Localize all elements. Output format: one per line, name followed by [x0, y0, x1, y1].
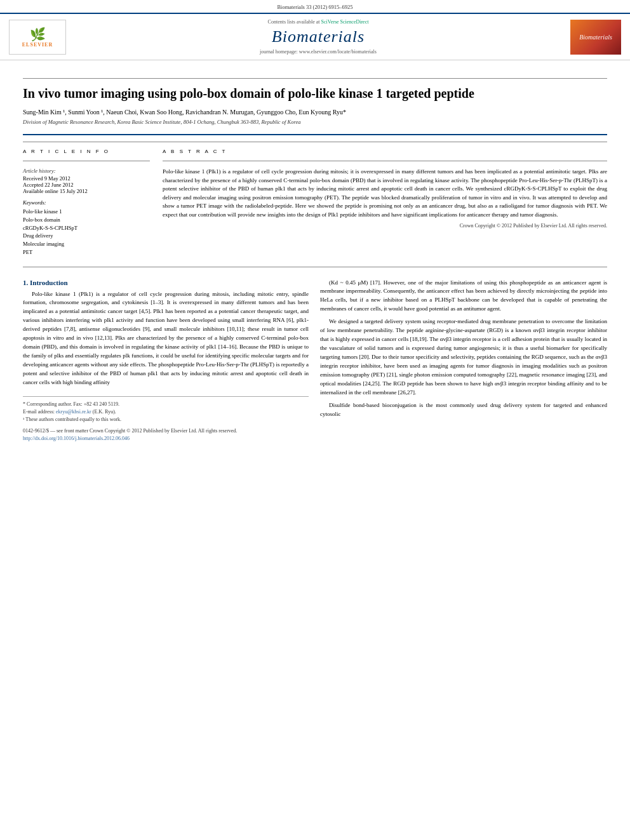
body-col-left: 1. Introduction Polo-like kinase 1 (Plk1…: [23, 279, 309, 443]
keywords-label: Keywords:: [23, 199, 150, 206]
email-line: E-mail address: ekryu@kbsi.re.kr (E.K. R…: [23, 408, 309, 416]
intro-body-left: Polo-like kinase 1 (Plk1) is a regulator…: [23, 290, 309, 387]
top-divider: [23, 78, 607, 79]
paper-title: In vivo tumor imaging using polo-box dom…: [23, 85, 607, 102]
email-label: E-mail address:: [23, 409, 55, 415]
abstract-divider: [163, 161, 607, 161]
journal-homepage: journal homepage: www.elsevier.com/locat…: [66, 49, 570, 55]
copyright-line: Crown Copyright © 2012 Published by Else…: [163, 223, 607, 229]
sciverse-text: Contents lists available at: [268, 19, 320, 25]
history-label: Article history:: [23, 168, 150, 174]
intro-body-right: (Kd ~ 0.45 μM) [17]. However, one of the…: [320, 279, 607, 419]
abstract-paragraph: Polo-like kinase 1 (Plk1) is a regulator…: [163, 168, 607, 219]
intro-para-1: Polo-like kinase 1 (Plk1) is a regulator…: [23, 290, 309, 387]
abstract-header: A B S T R A C T: [163, 149, 607, 154]
biomaterials-logo-img: Biomaterials: [570, 20, 621, 55]
journal-header: Biomaterials 33 (2012) 6915–6925: [0, 0, 630, 14]
doi-anchor[interactable]: http://dx.doi.org/10.1016/j.biomaterials…: [23, 436, 130, 441]
affiliation: Division of Magnetic Resonance Research,…: [23, 119, 607, 125]
doi-link: http://dx.doi.org/10.1016/j.biomaterials…: [23, 435, 309, 443]
available-date: Available online 15 July 2012: [23, 188, 150, 194]
section-title-text: Introduction: [30, 279, 68, 286]
received-date: Received 9 May 2012: [23, 175, 150, 182]
keyword-5: Molecular imaging: [23, 240, 150, 248]
article-info-col: A R T I C L E I N F O Article history: R…: [23, 149, 150, 257]
accepted-date: Accepted 22 June 2012: [23, 182, 150, 188]
divider-thick-1: [23, 134, 607, 135]
logo-banner: 🌿 ELSEVIER Contents lists available at S…: [0, 14, 630, 60]
authors: Sung-Min Kim ¹, Sunmi Yoon ¹, Naeun Choi…: [23, 109, 607, 116]
elsevier-tree-icon: 🌿: [30, 27, 46, 42]
journal-title: Biomaterials: [66, 27, 570, 46]
body-two-col: 1. Introduction Polo-like kinase 1 (Plk1…: [23, 279, 607, 443]
article-info-abstract: A R T I C L E I N F O Article history: R…: [23, 149, 607, 257]
abstract-text: Polo-like kinase 1 (Plk1) is a regulator…: [163, 168, 607, 219]
intro-title: 1. Introduction: [23, 279, 309, 286]
keyword-4: Drug delivery: [23, 232, 150, 240]
keyword-3: cRGDyK-S-S-CPLHSpT: [23, 224, 150, 232]
page-wrapper: Biomaterials 33 (2012) 6915–6925 🌿 ELSEV…: [0, 0, 630, 454]
biomaterials-logo-text: Biomaterials: [579, 34, 612, 41]
corresponding-author: * Corresponding author. Fax: +82 43 240 …: [23, 401, 309, 408]
elsevier-logo: 🌿 ELSEVIER: [9, 20, 66, 55]
sciverse-line: Contents lists available at SciVerse Sci…: [66, 19, 570, 25]
keyword-2: Polo-box domain: [23, 216, 150, 224]
section-num: 1.: [23, 279, 28, 286]
info-divider: [23, 161, 150, 161]
sciverse-link[interactable]: SciVerse ScienceDirect: [321, 19, 369, 25]
divider-2: [23, 142, 607, 142]
email-name: (E.K. Ryu).: [93, 409, 116, 415]
body-top-divider: [23, 267, 607, 267]
elsevier-text: ELSEVIER: [22, 42, 53, 48]
keyword-1: Polo-like kinase 1: [23, 208, 150, 216]
keyword-6: PET: [23, 248, 150, 257]
journal-citation: Biomaterials 33 (2012) 6915–6925: [277, 4, 352, 10]
body-col-right: (Kd ~ 0.45 μM) [17]. However, one of the…: [320, 279, 607, 443]
article-info-header: A R T I C L E I N F O: [23, 149, 150, 154]
footnote-section: * Corresponding author. Fax: +82 43 240 …: [23, 396, 309, 443]
email-link[interactable]: ekryu@kbsi.re.kr: [56, 409, 91, 415]
contributed-note: ¹ These authors contributed equally to t…: [23, 416, 309, 423]
main-content: In vivo tumor imaging using polo-box dom…: [0, 60, 630, 454]
right-para-1: (Kd ~ 0.45 μM) [17]. However, one of the…: [320, 279, 607, 314]
issn-line: 0142-9612/$ — see front matter Crown Cop…: [23, 427, 309, 435]
abstract-col: A B S T R A C T Polo-like kinase 1 (Plk1…: [163, 149, 607, 257]
journal-center: Contents lists available at SciVerse Sci…: [66, 19, 570, 55]
right-para-2: We designed a targeted delivery system u…: [320, 317, 607, 397]
authors-text: Sung-Min Kim ¹, Sunmi Yoon ¹, Naeun Choi…: [23, 109, 346, 116]
right-para-3: Disulfide bond-based bioconjugation is t…: [320, 401, 607, 419]
